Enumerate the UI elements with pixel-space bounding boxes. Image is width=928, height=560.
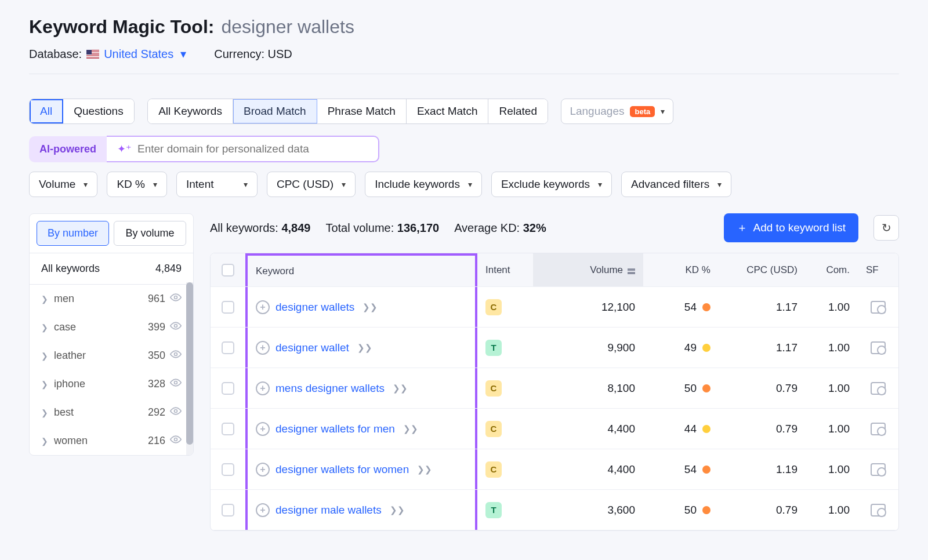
ai-domain-input[interactable] [137,143,368,155]
keyword-link[interactable]: designer wallets [276,301,354,314]
expand-icon[interactable]: + [256,463,270,477]
sparkle-icon: ✦⁺ [117,143,132,155]
open-icon[interactable]: ❯❯ [357,343,372,353]
tab-questions[interactable]: Questions [63,99,134,123]
ai-row: AI-powered ✦⁺ [29,136,899,162]
scrollbar-thumb[interactable] [186,282,193,445]
table-row: + mens designer wallets ❯❯ C 8,100 50 0.… [211,368,898,409]
col-com[interactable]: Com. [806,253,858,286]
tab-broad-match[interactable]: Broad Match [233,99,317,123]
sf-cell[interactable] [858,368,898,408]
chevron-down-icon: ▾ [244,180,248,189]
filter-exclude[interactable]: Exclude keywords▾ [491,172,612,197]
sidebar-item[interactable]: ❯ women 216 [30,427,193,455]
chevron-down-icon: ▾ [598,180,602,189]
open-icon[interactable]: ❯❯ [362,302,378,312]
col-kd[interactable]: KD % [643,253,719,286]
sidebar-item-count: 399 [148,321,165,333]
tab-all-keywords[interactable]: All Keywords [148,99,233,123]
tab-phrase-match[interactable]: Phrase Match [317,99,407,123]
keyword-link[interactable]: designer male wallets [276,504,382,517]
kd-cell: 50 [643,368,719,408]
open-icon[interactable]: ❯❯ [393,383,408,394]
filter-include[interactable]: Include keywords▾ [365,172,482,197]
sf-cell[interactable] [858,490,898,530]
select-all-checkbox[interactable] [222,264,234,277]
eye-icon[interactable] [170,406,182,419]
open-icon[interactable]: ❯❯ [417,464,432,475]
expand-icon[interactable]: + [256,422,270,436]
filter-volume[interactable]: Volume▾ [29,172,97,197]
kd-cell: 44 [643,409,719,449]
database-selector[interactable]: Database: United States ▾ [29,47,186,61]
sidebar-item[interactable]: ❯ leather 350 [30,341,193,370]
kd-dot-icon [702,344,710,352]
row-checkbox[interactable] [222,341,234,354]
row-checkbox[interactable] [222,463,234,476]
chevron-down-icon: ▾ [342,180,346,189]
intent-badge: C [485,299,502,315]
ai-input-wrapper[interactable]: ✦⁺ [107,136,379,162]
sidebar-item[interactable]: ❯ best 292 [30,398,193,427]
eye-icon[interactable] [170,321,182,333]
col-volume[interactable]: Volume▬▬ [533,253,643,286]
svg-point-4 [175,410,177,413]
scrollbar-track[interactable] [186,282,193,455]
tab-related[interactable]: Related [488,99,548,123]
chevron-right-icon: ❯ [41,437,48,446]
cpc-cell: 1.19 [719,449,806,489]
expand-icon[interactable]: + [256,503,270,517]
expand-icon[interactable]: + [256,300,270,314]
filter-cpc[interactable]: CPC (USD)▾ [267,172,356,197]
sf-cell[interactable] [858,287,898,327]
sidebar-all-keywords[interactable]: All keywords 4,849 [30,253,193,285]
divider [29,74,899,74]
chevron-down-icon: ▾ [717,180,722,189]
sf-cell[interactable] [858,449,898,489]
expand-icon[interactable]: + [256,381,270,395]
intent-cell: T [477,490,533,530]
keyword-link[interactable]: mens designer wallets [276,382,385,395]
kd-dot-icon [702,506,710,514]
expand-icon[interactable]: + [256,341,270,355]
tab-by-number[interactable]: By number [37,221,109,246]
tab-all[interactable]: All [30,99,63,123]
row-checkbox[interactable] [222,504,234,517]
keyword-link[interactable]: designer wallets for men [276,423,395,435]
eye-icon[interactable] [170,378,182,390]
keyword-link[interactable]: designer wallet [276,341,349,354]
sf-cell[interactable] [858,328,898,368]
col-cpc[interactable]: CPC (USD) [719,253,806,286]
currency-display: Currency: USD [214,48,292,61]
keyword-link[interactable]: designer wallets for women [276,463,409,476]
beta-badge: beta [630,106,655,117]
open-icon[interactable]: ❯❯ [403,424,418,434]
eye-icon[interactable] [170,350,182,362]
sidebar-item[interactable]: ❯ case 399 [30,313,193,341]
chevron-down-icon: ▾ [180,47,186,61]
row-checkbox[interactable] [222,301,234,314]
eye-icon[interactable] [170,293,182,305]
languages-dropdown[interactable]: Languages beta ▾ [561,99,673,124]
sidebar-item[interactable]: ❯ iphone 328 [30,370,193,398]
col-keyword[interactable]: Keyword [245,253,477,286]
open-icon[interactable]: ❯❯ [390,505,405,515]
tab-by-volume[interactable]: By volume [114,221,186,246]
refresh-button[interactable]: ↻ [873,215,899,241]
keyword-cell: + designer wallets ❯❯ [245,287,477,327]
add-to-keyword-list-button[interactable]: ＋Add to keyword list [724,213,858,242]
tab-exact-match[interactable]: Exact Match [407,99,489,123]
col-intent[interactable]: Intent [477,253,533,286]
filter-intent[interactable]: Intent▾ [176,172,258,197]
sidebar-item[interactable]: ❯ men 961 [30,285,193,313]
row-checkbox[interactable] [222,382,234,395]
sf-cell[interactable] [858,409,898,449]
eye-icon[interactable] [170,435,182,447]
col-sf[interactable]: SF [858,253,898,286]
svg-point-3 [175,381,177,384]
filter-kd[interactable]: KD %▾ [107,172,167,197]
table-row: + designer wallets for men ❯❯ C 4,400 44… [211,409,898,449]
filter-advanced[interactable]: Advanced filters▾ [621,172,731,197]
chevron-down-icon: ▾ [661,107,665,116]
row-checkbox[interactable] [222,423,234,435]
